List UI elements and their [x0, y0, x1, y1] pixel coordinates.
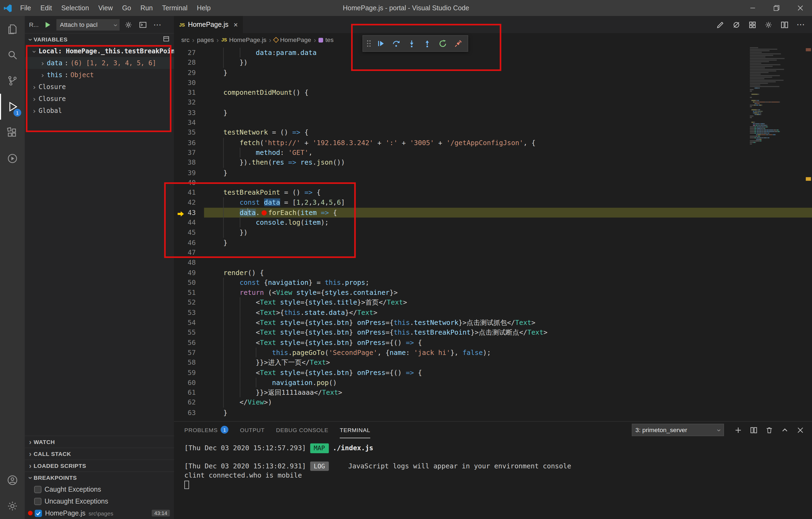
source-control-icon[interactable]	[0, 68, 25, 94]
step-out-button[interactable]	[420, 36, 435, 51]
code-line[interactable]: 30	[174, 78, 812, 88]
code-line[interactable]: 33 }	[174, 108, 812, 118]
settings-gear-icon[interactable]	[762, 19, 775, 31]
line-number[interactable]: 44	[174, 218, 196, 228]
code-editor[interactable]: 27 data:param.data28 })29 }3031 componen…	[174, 47, 812, 421]
line-number[interactable]: 54	[174, 318, 196, 327]
explorer-icon[interactable]	[0, 16, 25, 42]
code-line[interactable]: 40	[174, 178, 812, 188]
code-line[interactable]: 49 render() {	[174, 267, 812, 278]
run-tests-icon[interactable]	[746, 19, 759, 31]
code-line[interactable]: 54 <Text style={styles.btn} onPress={thi…	[174, 318, 812, 327]
menu-run[interactable]: Run	[136, 0, 157, 16]
new-terminal-icon[interactable]	[732, 424, 744, 436]
line-number[interactable]: 57	[174, 348, 196, 358]
step-into-button[interactable]	[404, 36, 419, 51]
code-line[interactable]: 63 }	[174, 407, 812, 417]
line-number[interactable]: 39	[174, 168, 196, 178]
breakpoint-row[interactable]: Uncaught Exceptions	[25, 495, 174, 507]
menu-view[interactable]: View	[94, 0, 117, 16]
inline-breakpoint-icon[interactable]	[261, 210, 267, 215]
line-number[interactable]: 51	[174, 288, 196, 297]
close-window-button[interactable]	[788, 0, 812, 16]
breadcrumb-item-pages[interactable]: pages	[197, 36, 214, 44]
code-line[interactable]: 32	[174, 98, 812, 108]
line-number[interactable]: 35	[174, 127, 196, 138]
line-number[interactable]: 63	[174, 407, 196, 417]
code-line[interactable]: 45 })	[174, 228, 812, 238]
line-number[interactable]: 58	[174, 358, 196, 368]
line-number[interactable]: 37	[174, 148, 196, 157]
code-line[interactable]: 56 <Text style={styles.btn} onPress={() …	[174, 338, 812, 348]
code-line[interactable]: 29 }	[174, 68, 812, 78]
step-over-button[interactable]	[389, 36, 404, 51]
section-header-call-stack[interactable]: ›CALL STACK	[25, 448, 174, 459]
panel-tab-debug-console[interactable]: DEBUG CONSOLE	[276, 422, 328, 438]
line-number[interactable]: 62	[174, 398, 196, 407]
code-line[interactable]: 47	[174, 248, 812, 257]
checkbox[interactable]	[34, 498, 41, 505]
code-line[interactable]: 59 <Text style={styles.btn} onPress={() …	[174, 367, 812, 377]
variable-row[interactable]: ›Closure	[25, 81, 174, 93]
line-number[interactable]: 48	[174, 257, 196, 267]
variable-row[interactable]: ›Global	[25, 105, 174, 116]
start-debugging-button[interactable]	[42, 19, 53, 30]
menu-help[interactable]: Help	[192, 0, 215, 16]
section-header-watch[interactable]: ›WATCH	[25, 436, 174, 448]
minimize-button[interactable]	[741, 0, 764, 16]
line-number[interactable]: 33	[174, 108, 196, 118]
code-line[interactable]: 57 this.pageGoTo('SecondPage', {name: 'j…	[174, 348, 812, 358]
code-line[interactable]: 31 componentDidMount() {	[174, 88, 812, 98]
account-icon[interactable]	[0, 467, 25, 493]
line-number[interactable]: 41	[174, 188, 196, 198]
breadcrumb-item-src[interactable]: src	[181, 36, 190, 44]
code-line[interactable]: 55 <Text style={styles.btn} onPress={thi…	[174, 327, 812, 338]
code-line[interactable]: 37 method: 'GET',	[174, 148, 812, 157]
breakpoint-row[interactable]: Caught Exceptions	[25, 483, 174, 495]
line-number[interactable]: 53	[174, 308, 196, 318]
code-line[interactable]: 28 })	[174, 58, 812, 68]
line-number[interactable]: 38	[174, 157, 196, 168]
configure-gear-icon[interactable]	[123, 19, 134, 30]
line-number[interactable]: 55	[174, 327, 196, 338]
disconnect-button[interactable]	[451, 36, 466, 51]
line-number[interactable]: 47	[174, 248, 196, 257]
line-number[interactable]: 30	[174, 78, 196, 88]
variable-row[interactable]: ›data: (6) [1, 2, 3, 4, 5, 6]	[25, 57, 174, 69]
line-number[interactable]: 42	[174, 198, 196, 208]
tab-homepage-js[interactable]: JS HomePage.js ×	[174, 16, 243, 33]
line-number[interactable]: 45	[174, 228, 196, 238]
variable-row[interactable]: ›Local: HomePage._this.testBreakPoint	[25, 45, 174, 57]
line-number[interactable]: 56	[174, 338, 196, 348]
line-number[interactable]: 60	[174, 377, 196, 387]
drag-handle-icon[interactable]	[365, 36, 372, 51]
line-number[interactable]: 27	[174, 48, 196, 58]
breadcrumb-item-homepage-js[interactable]: JSHomePage.js	[222, 36, 267, 44]
code-line[interactable]: 43 data.forEach(item => {	[174, 208, 812, 218]
code-line[interactable]: 41 testBreakPoint = () => {	[174, 188, 812, 198]
panel-tab-output[interactable]: OUTPUT	[240, 422, 265, 438]
code-line[interactable]: 61 }}>返回1111aaaa</Text>	[174, 387, 812, 398]
code-line[interactable]: 38 }).then(res => res.json())	[174, 157, 812, 168]
line-number[interactable]: 46	[174, 238, 196, 248]
launch-config-dropdown[interactable]: Attach to pacl ›	[56, 19, 119, 30]
breadcrumb-item-homepage[interactable]: HomePage	[274, 36, 311, 44]
line-number[interactable]: 32	[174, 98, 196, 108]
code-line[interactable]: 44 console.log(item);	[174, 218, 812, 228]
line-number[interactable]: 31	[174, 88, 196, 98]
line-number[interactable]: 52	[174, 297, 196, 308]
code-line[interactable]: 46 }	[174, 238, 812, 248]
section-header-breakpoints[interactable]: ›BREAKPOINTS	[25, 471, 174, 483]
close-panel-icon[interactable]	[794, 424, 806, 436]
code-line[interactable]: 53 <Text>{this.state.data}</Text>	[174, 308, 812, 318]
code-line[interactable]: 35 testNetwork = () => {	[174, 127, 812, 138]
code-line[interactable]: 42 const data = [1,2,3,4,5,6]	[174, 198, 812, 208]
line-number[interactable]: 61	[174, 387, 196, 398]
code-line[interactable]: 51 return (<View style={styles.container…	[174, 288, 812, 297]
panel-tab-problems[interactable]: PROBLEMS1	[184, 422, 228, 438]
code-line[interactable]: 62 </View>)	[174, 398, 812, 407]
overview-ruler[interactable]	[805, 47, 812, 421]
code-line[interactable]: 50 const {navigation} = this.props;	[174, 278, 812, 288]
open-changes-icon[interactable]	[714, 19, 726, 31]
menu-edit[interactable]: Edit	[36, 0, 57, 16]
